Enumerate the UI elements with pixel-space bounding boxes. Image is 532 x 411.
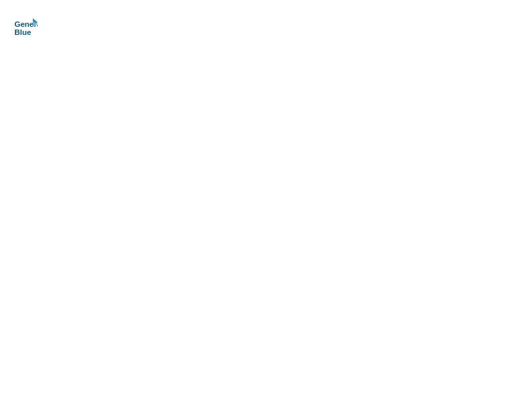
svg-text:Blue: Blue <box>14 28 32 36</box>
page-header: General Blue <box>13 13 519 38</box>
logo-icon: General Blue <box>13 13 38 38</box>
logo: General Blue <box>13 13 40 38</box>
